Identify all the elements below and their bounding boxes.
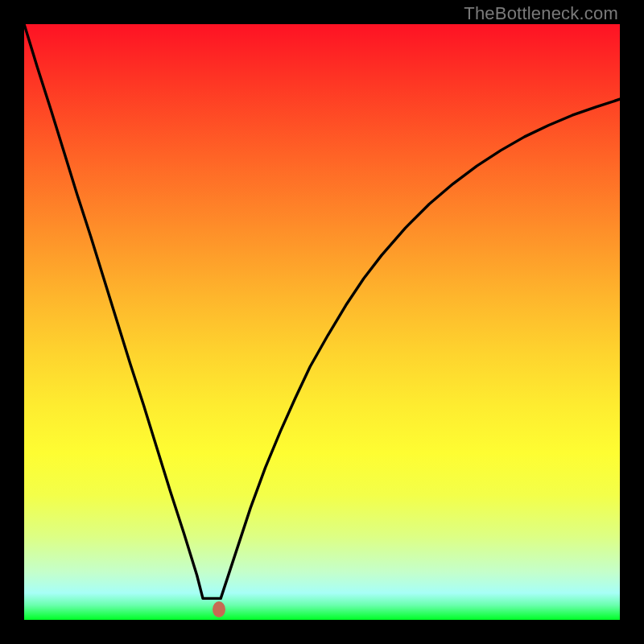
watermark-text: TheBottleneck.com bbox=[464, 3, 618, 24]
optimum-marker-dot bbox=[213, 601, 225, 617]
chart-outer-frame: TheBottleneck.com bbox=[0, 0, 644, 644]
bottleneck-curve bbox=[24, 24, 620, 598]
plot-area bbox=[24, 24, 620, 620]
curve-svg bbox=[24, 24, 620, 620]
